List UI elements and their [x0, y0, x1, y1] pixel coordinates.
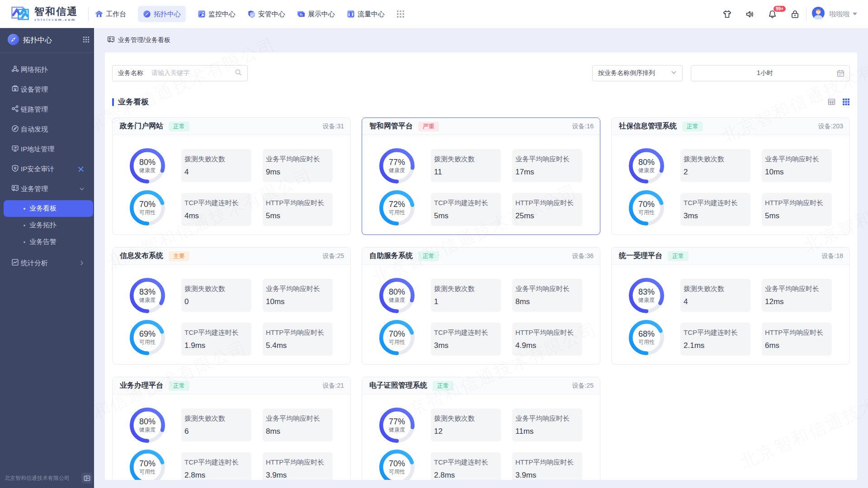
- chevron-down-icon: [79, 186, 85, 192]
- stat-box: 业务平均响应时长 8ms: [512, 279, 582, 312]
- availability-label: 可用性: [389, 209, 405, 216]
- status-badge: 正常: [433, 381, 453, 391]
- nav-item-2[interactable]: 拓扑中心: [138, 6, 186, 22]
- health-ring: 80% 健康度: [130, 148, 165, 183]
- announcement-button[interactable]: [745, 9, 755, 19]
- health-ring: 77% 健康度: [379, 408, 415, 443]
- device-count: 设备:16: [572, 122, 594, 131]
- time-range-picker[interactable]: 1小时: [691, 65, 850, 81]
- search-label: 业务名称: [118, 69, 143, 77]
- service-card[interactable]: 政务门户网站 正常 设备:31 80% 健康度 70% 可用性: [112, 117, 351, 235]
- health-value: 80%: [139, 158, 156, 167]
- nav-item-6[interactable]: 流量中心: [347, 6, 385, 22]
- theme-skin-button[interactable]: [722, 9, 732, 19]
- service-card[interactable]: 统一受理平台 正常 设备:18 83% 健康度 68% 可用性: [611, 247, 850, 365]
- nav-item-4[interactable]: 安管中心: [247, 6, 285, 22]
- service-card[interactable]: 电子证照管理系统 正常 设备:25 77% 健康度 70% 可用性: [362, 377, 600, 480]
- health-value: 83%: [139, 287, 156, 296]
- topology-icon: [143, 10, 151, 18]
- availability-label: 可用性: [139, 469, 156, 475]
- chevron-down-icon: [853, 13, 857, 15]
- card-title: 信息发布系统: [120, 251, 163, 261]
- stat-label: 拨测失败次数: [684, 155, 747, 163]
- sort-select[interactable]: 按业务名称倒序排列: [592, 65, 683, 81]
- card-body: 80% 健康度 70% 可用性 拨测失败次数 2 业务平均响应时长 10ms T…: [612, 135, 849, 235]
- health-value: 77%: [389, 158, 405, 167]
- table-view-button[interactable]: [828, 98, 835, 106]
- stat-label: HTTP平均响应时长: [266, 328, 329, 337]
- nav-item-1[interactable]: 工作台: [95, 6, 126, 22]
- lock-screen-button[interactable]: [790, 9, 800, 19]
- search-input[interactable]: 业务名称 请输入关键字: [112, 65, 248, 81]
- sidebar-item-label: 业务管理: [21, 185, 79, 193]
- nav-item-3[interactable]: 监控中心: [198, 6, 236, 22]
- sidebar-item-4[interactable]: 自动发现: [0, 119, 94, 139]
- status-badge: 正常: [668, 251, 689, 261]
- stat-label: HTTP平均响应时长: [266, 199, 329, 207]
- monitoring-icon: [198, 10, 206, 18]
- service-card[interactable]: 智和网管平台 严重 设备:16 77% 健康度 72% 可用性: [362, 117, 600, 235]
- user-menu[interactable]: 啦啦啦: [812, 7, 857, 21]
- stat-label: HTTP平均响应时长: [266, 458, 329, 466]
- company-name: 北京智和信通技术有限公司: [5, 474, 81, 482]
- service-card[interactable]: 社保信息管理系统 正常 设备:203 80% 健康度 70% 可用性: [611, 117, 850, 235]
- sidebar-grid-icon[interactable]: [83, 36, 90, 45]
- sidebar-item-label: IP地址管理: [21, 145, 85, 154]
- stat-label: 业务平均响应时长: [765, 285, 828, 293]
- status-badge: 正常: [169, 381, 189, 391]
- top-navbar: 智和信通 zhtelecom.com 工作台 拓扑中心 监控中心 安管中心 展示…: [0, 0, 868, 28]
- health-ring: 83% 健康度: [629, 278, 664, 313]
- sidebar-item-label: 网络拓扑: [21, 66, 85, 74]
- status-badge: 正常: [169, 122, 189, 131]
- breadcrumb: 业务管理/业务看板: [94, 28, 868, 52]
- chevron-down-icon: [671, 69, 677, 77]
- notifications-button[interactable]: 99+: [768, 9, 777, 19]
- business-management-icon: [11, 184, 19, 194]
- stat-box: 拨测失败次数 0: [181, 279, 251, 312]
- availability-value: 70%: [638, 200, 655, 209]
- nav-item-5[interactable]: 展示中心: [297, 6, 335, 22]
- stat-label: 业务平均响应时长: [266, 285, 329, 293]
- sidebar-item-1[interactable]: 网络拓扑: [0, 60, 94, 80]
- apps-grid-button[interactable]: [396, 6, 405, 22]
- sidebar-item-2[interactable]: 设备管理: [0, 80, 94, 99]
- stat-value: 5ms: [765, 211, 828, 221]
- card-header: 业务办理平台 正常 设备:21: [113, 377, 350, 394]
- card-title: 智和网管平台: [369, 122, 413, 131]
- search-icon: [235, 69, 242, 78]
- stat-value: 3.9ms: [515, 471, 579, 480]
- stat-box: TCP平均建连时长 1.9ms: [181, 323, 251, 356]
- sidebar-item-7[interactable]: 业务管理: [0, 179, 94, 199]
- health-value: 77%: [389, 417, 405, 426]
- stat-label: 拨测失败次数: [434, 414, 497, 422]
- service-card[interactable]: 业务办理平台 正常 设备:21 80% 健康度 70% 可用性: [112, 377, 351, 480]
- stat-label: TCP平均建连时长: [684, 328, 747, 337]
- stat-label: HTTP平均响应时长: [765, 199, 828, 207]
- brand-logo[interactable]: 智和信通 zhtelecom.com: [11, 6, 78, 22]
- status-badge: 正常: [418, 251, 439, 261]
- stat-value: 2.1ms: [684, 341, 747, 350]
- grid-view-button[interactable]: [842, 98, 850, 106]
- sidebar-item-3[interactable]: 链路管理: [0, 99, 94, 119]
- sidebar-item-6[interactable]: IP安全审计: [0, 159, 94, 179]
- device-count: 设备:25: [572, 382, 594, 390]
- health-label: 健康度: [139, 427, 156, 433]
- stat-value: 5.4ms: [266, 341, 329, 350]
- service-card[interactable]: 信息发布系统 主要 设备:25 83% 健康度 69% 可用性: [112, 247, 351, 365]
- sidebar-subitem-3[interactable]: 业务告警: [4, 234, 93, 250]
- sidebar-subitem-1[interactable]: 业务看板: [4, 200, 93, 217]
- stat-label: 业务平均响应时长: [515, 155, 579, 163]
- sidebar-subitem-2[interactable]: 业务拓扑: [4, 217, 93, 234]
- collapse-sidebar-button[interactable]: [81, 473, 92, 483]
- availability-ring: 70% 可用性: [379, 320, 415, 355]
- service-card[interactable]: 自助服务系统 正常 设备:36 80% 健康度 70% 可用性: [362, 247, 600, 365]
- tshirt-icon: [722, 9, 732, 19]
- sidebar-item-8[interactable]: 统计分析: [0, 253, 94, 273]
- section-accent-bar: [112, 98, 114, 106]
- health-value: 83%: [638, 287, 655, 296]
- statistics-icon: [11, 258, 19, 268]
- sidebar-subitem-label: 业务拓扑: [29, 221, 57, 230]
- sidebar-item-5[interactable]: IP地址管理: [0, 139, 94, 159]
- stat-value: 9ms: [266, 168, 329, 177]
- stat-label: 拨测失败次数: [184, 414, 248, 422]
